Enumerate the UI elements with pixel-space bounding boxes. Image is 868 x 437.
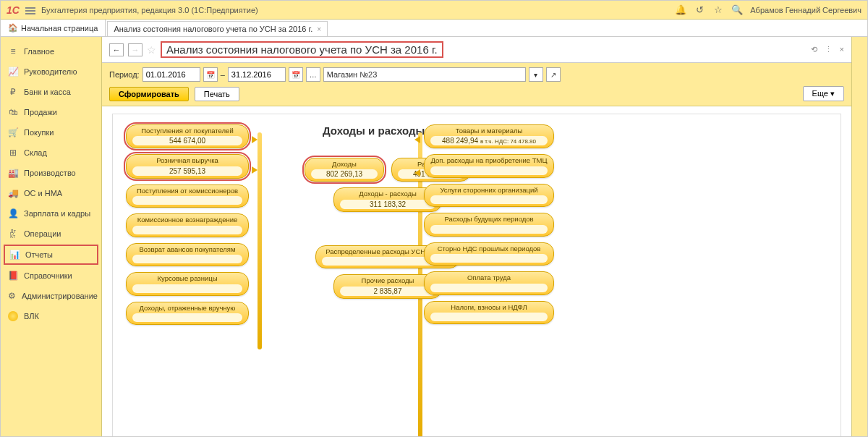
sidebar-item-sales[interactable]: 🛍Продажи [1, 102, 101, 122]
generate-button[interactable]: Сформировать [109, 87, 189, 101]
left-column: Поступления от покупателей544 674,00 Роз… [126, 124, 249, 325]
circle-icon [8, 311, 18, 321]
kebab-icon[interactable]: ⋮ [825, 45, 833, 54]
cart-icon: 🛒 [8, 127, 18, 137]
sidebar-item-operations[interactable]: ДтКтОперации [1, 224, 101, 244]
node-retail-revenue[interactable]: Розничная выручка257 595,13 [126, 154, 249, 178]
period-row: Период: 📅 – 📅 … Магазин №23 ▾ ↗ [109, 67, 844, 82]
sidebar-item-manager[interactable]: 📈Руководителю [1, 61, 101, 82]
sidebar-item-vlk[interactable]: ВЛК [1, 306, 101, 326]
node-payroll[interactable]: Оплата труда [424, 271, 554, 294]
node-services[interactable]: Услуги сторонних организаций [424, 184, 554, 207]
sidebar-item-salary[interactable]: 👤Зарплата и кадры [1, 203, 101, 224]
tabs-row: 🏠 Начальная страница Анализ состояния на… [1, 20, 867, 37]
date-from-input[interactable] [142, 67, 200, 82]
gear-icon: ⚙ [8, 291, 16, 301]
star-icon[interactable]: ☆ [712, 4, 724, 16]
arrow-icon [414, 136, 420, 143]
node-vat-storno[interactable]: Сторно НДС прошлых периодов [424, 242, 554, 266]
factory-icon: 🏭 [8, 168, 18, 178]
close-page-icon[interactable]: × [840, 45, 844, 54]
favorite-star-icon[interactable]: ☆ [147, 44, 156, 56]
sidebar-item-admin[interactable]: ⚙Администрирование [1, 286, 101, 306]
node-future-expenses[interactable]: Расходы будущих периодов [424, 213, 554, 236]
grid-icon: ⊞ [8, 148, 18, 158]
right-panel [851, 37, 867, 436]
bell-icon[interactable]: 🔔 [675, 4, 686, 16]
sidebar: ≡Главное 📈Руководителю ₽Банк и касса 🛍Пр… [1, 37, 102, 436]
period-select-button[interactable]: … [306, 67, 320, 82]
node-income[interactable]: Доходы802 269,13 [305, 158, 384, 182]
calendar-to-button[interactable]: 📅 [289, 67, 303, 82]
button-row: Сформировать Печать Еще ▾ [109, 86, 844, 101]
date-to-input[interactable] [228, 67, 286, 82]
sidebar-item-reports[interactable]: 📊Отчеты [4, 245, 98, 265]
link-icon[interactable]: ⟲ [811, 45, 817, 54]
close-icon[interactable]: × [317, 25, 321, 33]
org-open-button[interactable]: ↗ [546, 67, 561, 82]
search-icon[interactable]: 🔍 [731, 4, 743, 16]
home-tab-label: Начальная страница [21, 24, 98, 33]
node-buyer-receipts[interactable]: Поступления от покупателей544 674,00 [126, 124, 249, 148]
book-icon: 📕 [8, 271, 18, 281]
sidebar-item-ref[interactable]: 📕Справочники [1, 266, 101, 286]
left-spine [258, 132, 262, 349]
diagram: Доходы и расходы УСН Поступления от поку… [112, 114, 841, 436]
sidebar-item-assets[interactable]: 🚚ОС и НМА [1, 183, 101, 203]
ruble-icon: ₽ [8, 87, 18, 97]
arrow-icon [252, 136, 258, 143]
history-icon[interactable]: ↺ [694, 4, 705, 16]
home-tab[interactable]: 🏠 Начальная страница [1, 20, 106, 36]
truck-icon: 🚚 [8, 188, 18, 198]
dtkt-icon: ДтКт [8, 229, 18, 239]
calendar-from-button[interactable]: 📅 [203, 67, 218, 82]
node-manual-income[interactable]: Доходы, отраженные вручную [126, 302, 249, 325]
print-button[interactable]: Печать [195, 87, 239, 101]
node-goods[interactable]: Товары и материалы488 249,94 в т.ч. НДС:… [424, 124, 554, 148]
more-button[interactable]: Еще ▾ [803, 86, 844, 101]
right-column: Товары и материалы488 249,94 в т.ч. НДС:… [424, 124, 554, 324]
node-advance-return[interactable]: Возврат авансов покупателям [126, 243, 249, 266]
toolbar: Период: 📅 – 📅 … Магазин №23 ▾ ↗ Сформиро… [102, 63, 851, 106]
app-title: Бухгалтерия предприятия, редакция 3.0 (1… [41, 6, 669, 14]
topbar: 1C Бухгалтерия предприятия, редакция 3.0… [1, 1, 867, 20]
sidebar-item-production[interactable]: 🏭Производство [1, 163, 101, 183]
sidebar-item-main[interactable]: ≡Главное [1, 41, 101, 61]
node-commission-fee[interactable]: Комиссионное вознаграждение [126, 213, 249, 237]
list-icon: ≡ [8, 46, 18, 56]
tab-active[interactable]: Анализ состояния налогового учета по УСН… [107, 21, 328, 36]
period-label: Период: [109, 70, 140, 79]
home-icon: 🏠 [8, 23, 18, 33]
org-select[interactable]: Магазин №23 [323, 67, 526, 82]
nav-fwd-button[interactable]: → [128, 43, 142, 56]
arrow-icon [414, 169, 420, 177]
content: ← → ☆ Анализ состояния налогового учета … [102, 37, 851, 436]
sidebar-item-bank[interactable]: ₽Банк и касса [1, 82, 101, 102]
page-title: Анализ состояния налогового учета по УСН… [161, 41, 443, 58]
node-taxes[interactable]: Налоги, взносы и НДФЛ [424, 301, 554, 324]
person-icon: 👤 [8, 208, 18, 218]
node-fx-diff[interactable]: Курсовые разницы [126, 272, 249, 295]
dash: – [221, 70, 225, 79]
chart-up-icon: 📈 [8, 67, 18, 77]
node-extra-expenses[interactable]: Доп. расходы на приобретение ТМЦ [424, 154, 554, 177]
org-dropdown-button[interactable]: ▾ [529, 67, 543, 82]
hamburger-icon[interactable] [25, 6, 35, 14]
page-header: ← → ☆ Анализ состояния налогового учета … [102, 37, 851, 63]
nav-back-button[interactable]: ← [109, 43, 124, 56]
bag-icon: 🛍 [8, 107, 18, 117]
diagram-scroll[interactable]: Доходы и расходы УСН Поступления от поку… [102, 106, 851, 436]
node-commissioner-receipts[interactable]: Поступления от комиссионеров [126, 184, 249, 208]
logo-1c: 1C [7, 4, 20, 16]
tab-label: Анализ состояния налогового учета по УСН… [114, 25, 312, 33]
sidebar-item-purchases[interactable]: 🛒Покупки [1, 122, 101, 143]
username[interactable]: Абрамов Геннадий Сергеевич [750, 6, 861, 14]
arrow-icon [252, 166, 258, 174]
sidebar-item-warehouse[interactable]: ⊞Склад [1, 143, 101, 163]
barchart-icon: 📊 [9, 250, 20, 260]
